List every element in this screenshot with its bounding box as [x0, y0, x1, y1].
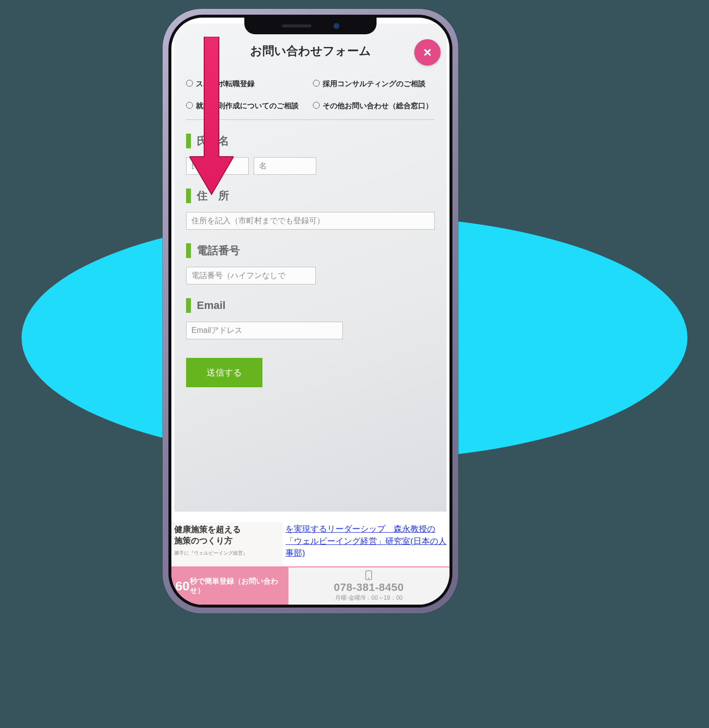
label-text: 電話番号	[197, 243, 240, 258]
phone-input[interactable]	[186, 267, 316, 284]
modal-title: お問い合わせフォーム	[186, 43, 435, 59]
radio-icon	[186, 80, 193, 87]
contact-form-modal: お問い合わせフォーム スポラボ転職登録 採用コンサルティングのご相談	[174, 23, 447, 512]
name-label: 氏 名	[186, 134, 435, 148]
article-card-right[interactable]: を実現するリーダーシップ 森永教授の「ウェルビーイング経営」研究室(日本の人事部…	[283, 522, 449, 566]
cta-phone-number: 078-381-8450	[334, 581, 404, 594]
svg-point-1	[368, 577, 369, 578]
cta-big-number: 60	[175, 579, 189, 594]
front-camera	[333, 23, 339, 29]
article-link[interactable]: を実現するリーダーシップ 森永教授の「ウェルビーイング経営」研究室(日本の人事部…	[285, 524, 447, 558]
radio-icon	[186, 102, 193, 109]
firstname-input[interactable]	[254, 157, 316, 175]
phone-icon	[365, 570, 372, 580]
radio-icon	[313, 102, 320, 109]
address-section: 住 所	[186, 188, 435, 230]
close-button[interactable]	[414, 39, 441, 66]
label-text: Email	[197, 299, 226, 312]
label-text: 氏 名	[197, 134, 229, 148]
phone-notch	[244, 18, 377, 34]
radio-icon	[313, 80, 320, 87]
email-input[interactable]	[186, 322, 343, 339]
radio-label: 採用コンサルティングのご相談	[323, 78, 425, 89]
speaker-slot	[282, 24, 311, 27]
phone-label: 電話番号	[186, 243, 435, 258]
cta-hours: 月曜-金曜/9：00～18：00	[335, 594, 402, 602]
article-line: 健康施策を超える	[174, 525, 241, 534]
label-text: 住 所	[197, 188, 229, 203]
name-section: 氏 名	[186, 134, 435, 175]
email-section: Email	[186, 298, 435, 339]
close-icon	[423, 47, 432, 57]
address-input[interactable]	[186, 212, 435, 230]
cta-left-text: 秒で簡単登録（お問い合わせ）	[190, 577, 288, 595]
radio-label: 就業規則作成についてのご相談	[196, 100, 299, 111]
background-content: 健康施策を超える 施策のつくり方 勝手に『ウェルビーイング経営』 を実現するリー…	[171, 522, 449, 605]
radio-option-tenshoku[interactable]: スポラボ転職登録	[186, 78, 308, 89]
label-accent-bar	[186, 134, 191, 148]
phone-inner: お問い合わせフォーム スポラボ転職登録 採用コンサルティングのご相談	[168, 15, 452, 608]
cta-phone-button[interactable]: 078-381-8450 月曜-金曜/9：00～18：00	[288, 567, 449, 605]
cta-register-button[interactable]: 60 秒で簡単登録（お問い合わせ）	[171, 567, 288, 605]
article-subtext: 勝手に『ウェルビーイング経営』	[174, 550, 280, 557]
name-inputs	[186, 157, 435, 175]
inquiry-type-group: スポラボ転職登録 採用コンサルティングのご相談 就業規則作成についてのご相談 そ…	[186, 65, 435, 120]
radio-option-rules[interactable]: 就業規則作成についてのご相談	[186, 100, 308, 111]
address-label: 住 所	[186, 188, 435, 203]
article-line: 施策のつくり方	[174, 536, 233, 545]
lastname-input[interactable]	[186, 157, 249, 175]
article-card-left[interactable]: 健康施策を超える 施策のつくり方 勝手に『ウェルビーイング経営』	[171, 522, 283, 566]
label-accent-bar	[186, 298, 191, 313]
phone-frame: お問い合わせフォーム スポラボ転職登録 採用コンサルティングのご相談	[163, 9, 458, 613]
label-accent-bar	[186, 188, 191, 203]
bottom-cta-bar: 60 秒で簡単登録（お問い合わせ） 078-381-8450 月曜-金曜/9：0…	[171, 566, 449, 605]
article-row: 健康施策を超える 施策のつくり方 勝手に『ウェルビーイング経営』 を実現するリー…	[171, 522, 449, 566]
radio-label: その他お問い合わせ（総合窓口）	[323, 100, 433, 111]
phone-screen: お問い合わせフォーム スポラボ転職登録 採用コンサルティングのご相談	[171, 18, 449, 605]
label-accent-bar	[186, 243, 191, 258]
radio-label: スポラボ転職登録	[196, 78, 255, 89]
submit-button[interactable]: 送信する	[186, 358, 262, 387]
email-label: Email	[186, 298, 435, 313]
radio-option-other[interactable]: その他お問い合わせ（総合窓口）	[313, 100, 435, 111]
phone-section: 電話番号	[186, 243, 435, 284]
radio-option-consulting[interactable]: 採用コンサルティングのご相談	[313, 78, 435, 89]
